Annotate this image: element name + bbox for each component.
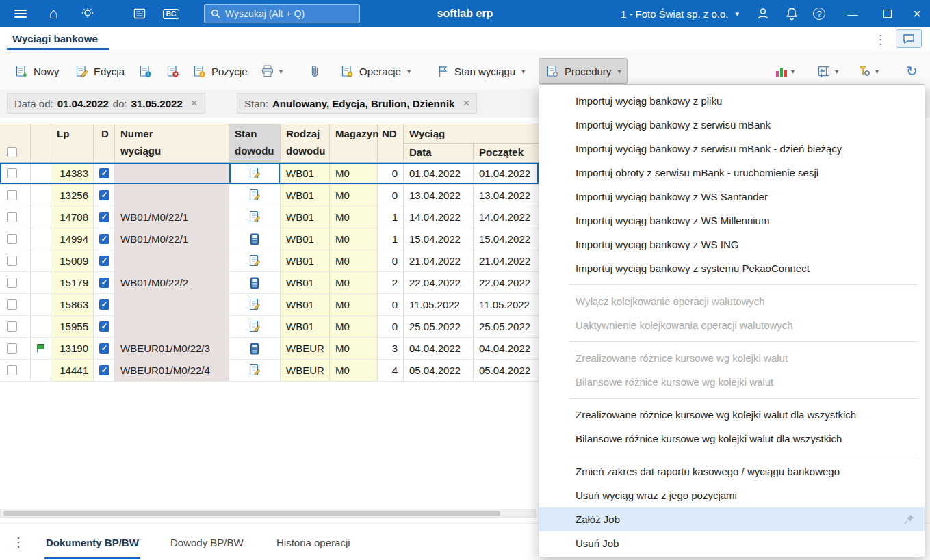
row-checkbox[interactable] bbox=[7, 365, 17, 375]
table-row[interactable]: 15955 WB01 M0 0 25.05.2022 25.05.2022 bbox=[0, 316, 539, 338]
menu-item[interactable]: Importuj wyciąg bankowy z systemu PekaoC… bbox=[539, 256, 925, 280]
hamburger-menu-button[interactable] bbox=[11, 4, 30, 23]
help-button[interactable]: ? bbox=[808, 0, 830, 27]
row-checkbox[interactable] bbox=[7, 343, 17, 354]
tab-dokumenty-bp-bw[interactable]: Dokumenty BP/BW bbox=[44, 524, 140, 560]
close-button[interactable]: × bbox=[906, 0, 928, 27]
row-checkbox[interactable] bbox=[7, 321, 17, 332]
d-checkbox[interactable] bbox=[99, 168, 109, 178]
scrollbar-thumb[interactable] bbox=[3, 511, 500, 516]
lightbulb-button[interactable] bbox=[78, 4, 97, 23]
edit-button[interactable]: Edycja bbox=[68, 58, 131, 84]
menu-item[interactable]: Importuj wyciąg bankowy z pliku bbox=[539, 89, 925, 113]
more-options-icon[interactable]: ⋮ bbox=[874, 32, 888, 47]
col-header-lp[interactable]: Lp bbox=[51, 124, 94, 162]
menu-item[interactable]: Importuj wyciąg bankowy z serwisu mBank bbox=[539, 113, 925, 137]
row-checkbox[interactable] bbox=[7, 168, 17, 178]
table-row[interactable]: 15009 WB01 M0 0 21.04.2022 21.04.2022 bbox=[0, 250, 539, 272]
d-checkbox[interactable] bbox=[99, 365, 109, 375]
col-header-select[interactable] bbox=[0, 124, 31, 162]
user-button[interactable] bbox=[752, 0, 774, 27]
filter-data-chip[interactable]: Data od: 01.04.2022 do: 31.05.2022 × bbox=[7, 93, 205, 114]
search-input[interactable] bbox=[225, 8, 354, 19]
menu-item[interactable]: Usuń wyciąg wraz z jego pozycjami bbox=[539, 483, 925, 507]
panel-layout-button[interactable]: ▾ bbox=[813, 58, 842, 84]
tab-dowody-bp-bw[interactable]: Dowody BP/BW bbox=[169, 524, 245, 560]
menu-item[interactable]: Importuj obroty z serwisu mBank - urucho… bbox=[539, 161, 925, 185]
row-checkbox[interactable] bbox=[7, 212, 17, 222]
col-header-numer[interactable]: Numer wyciągu bbox=[115, 124, 229, 162]
menu-item[interactable]: Importuj wyciąg bankowy z serwisu mBank … bbox=[539, 137, 925, 161]
row-checkbox[interactable] bbox=[7, 299, 17, 310]
col-header-data[interactable]: Data bbox=[404, 144, 474, 163]
col-header-rodzaj[interactable]: Rodzaj dowodu bbox=[281, 124, 330, 162]
col-header-stan[interactable]: Stan dowodu bbox=[229, 124, 281, 162]
statement-state-button[interactable]: Stan wyciągu ▾ bbox=[430, 58, 531, 84]
table-row[interactable]: 14441 WBEUR01/M0/22/4 WBEUR M0 4 05.04.2… bbox=[0, 360, 539, 382]
menu-item[interactable]: Importuj wyciąg bankowy z WS Santander bbox=[539, 185, 925, 209]
operations-button[interactable]: Operacje ▾ bbox=[334, 58, 417, 84]
chat-button[interactable] bbox=[896, 29, 922, 48]
row-checkbox[interactable] bbox=[7, 234, 17, 244]
table-row[interactable]: 15179 WB01/M0/22/2 WB01 M0 2 22.04.2022 … bbox=[0, 272, 539, 294]
menu-item[interactable]: Zrealizowane różnice kursowe wg kolejki … bbox=[539, 403, 925, 427]
tab-historia-operacji[interactable]: Historia operacji bbox=[275, 524, 352, 560]
col-header-magazyn[interactable]: Magazyn bbox=[330, 124, 378, 162]
pin-icon[interactable] bbox=[903, 514, 915, 525]
d-checkbox[interactable] bbox=[99, 234, 109, 244]
refresh-button[interactable]: ↻ bbox=[902, 58, 922, 84]
delete-button[interactable] bbox=[162, 58, 184, 84]
d-checkbox[interactable] bbox=[99, 256, 109, 266]
new-button[interactable]: Nowy bbox=[8, 58, 66, 84]
filter-settings-button[interactable]: ▾ bbox=[853, 58, 883, 84]
menu-item[interactable]: Wyłącz kolejkowanie operacji walutowych bbox=[539, 289, 925, 313]
d-checkbox[interactable] bbox=[99, 321, 109, 332]
menu-item[interactable]: Bilansowe różnice kursowe wg kolejki wal… bbox=[539, 427, 925, 451]
minimize-button[interactable]: — bbox=[842, 0, 864, 27]
table-row[interactable]: 14708 WB01/M0/22/1 WB01 M0 1 14.04.2022 … bbox=[0, 206, 539, 228]
col-header-poczatek[interactable]: Początek bbox=[474, 144, 539, 163]
attachments-button[interactable] bbox=[304, 58, 326, 84]
remove-filter-icon[interactable]: × bbox=[463, 96, 469, 110]
print-button[interactable]: ▾ bbox=[256, 58, 287, 84]
menu-item[interactable]: Zmień zakres dat raportu kasowego / wyci… bbox=[539, 459, 925, 483]
maximize-button[interactable] bbox=[877, 0, 899, 27]
col-header-nd[interactable]: ND bbox=[378, 124, 404, 162]
table-row[interactable]: 13256 WB01 M0 0 13.04.2022 13.04.2022 bbox=[0, 185, 539, 206]
table-row[interactable]: 14383 WB01 M0 0 01.04.2022 01.04.2022 bbox=[0, 163, 539, 185]
row-checkbox[interactable] bbox=[7, 256, 17, 266]
notifications-button[interactable] bbox=[781, 0, 803, 27]
more-options-icon[interactable]: ⋮ bbox=[12, 535, 25, 550]
d-checkbox[interactable] bbox=[99, 343, 109, 354]
menu-item[interactable]: Bilansowe różnice kursowe wg kolejki wal… bbox=[539, 370, 925, 394]
table-row[interactable]: 13190 WBEUR01/M0/22/3 WBEUR M0 3 04.04.2… bbox=[0, 338, 539, 360]
menu-item[interactable]: Załóż Job bbox=[539, 507, 925, 531]
d-checkbox[interactable] bbox=[99, 299, 109, 310]
col-header-flag[interactable] bbox=[31, 124, 51, 162]
d-checkbox[interactable] bbox=[99, 278, 109, 288]
d-checkbox[interactable] bbox=[99, 190, 109, 200]
select-all-checkbox[interactable] bbox=[7, 147, 17, 157]
procedures-button[interactable]: Procedury ▾ bbox=[539, 58, 628, 84]
horizontal-scrollbar[interactable] bbox=[0, 509, 536, 518]
row-checkbox[interactable] bbox=[7, 278, 17, 288]
row-checkbox[interactable] bbox=[7, 190, 17, 200]
chart-view-button[interactable]: ▾ bbox=[772, 58, 799, 84]
company-selector[interactable]: 1 - Foto Świat sp. z o.o. ▾ bbox=[621, 0, 739, 27]
tab-wyciagi-bankowe[interactable]: Wyciągi bankowe bbox=[7, 27, 103, 50]
col-header-d[interactable]: D bbox=[94, 124, 115, 162]
table-row[interactable]: 15863 WB01 M0 0 11.05.2022 11.05.2022 bbox=[0, 294, 539, 316]
menu-item[interactable]: Zrealizowane różnice kursowe wg kolejki … bbox=[539, 346, 925, 370]
table-row[interactable]: 14994 WB01/M0/22/1 WB01 M0 1 15.04.2022 … bbox=[0, 228, 539, 250]
filter-stan-chip[interactable]: Stan: Anulowany, Edycja, Brulion, Dzienn… bbox=[237, 93, 477, 114]
menu-item[interactable]: Importuj wyciąg bankowy z WS Millennium bbox=[539, 209, 925, 232]
show-document-button[interactable] bbox=[134, 58, 157, 84]
menu-item[interactable]: Importuj wyciąg bankowy z WS ING bbox=[539, 232, 925, 256]
news-button[interactable] bbox=[130, 4, 149, 23]
menu-item[interactable]: Uaktywnienie kolejkowania operacji walut… bbox=[539, 313, 925, 337]
d-checkbox[interactable] bbox=[99, 212, 109, 222]
positions-button[interactable]: Pozycje bbox=[186, 58, 254, 84]
menu-item[interactable]: Usuń Job bbox=[539, 531, 925, 555]
col-group-wyciag[interactable]: Wyciąg Data Początek bbox=[404, 124, 539, 162]
bc-button[interactable]: BC bbox=[162, 4, 181, 23]
